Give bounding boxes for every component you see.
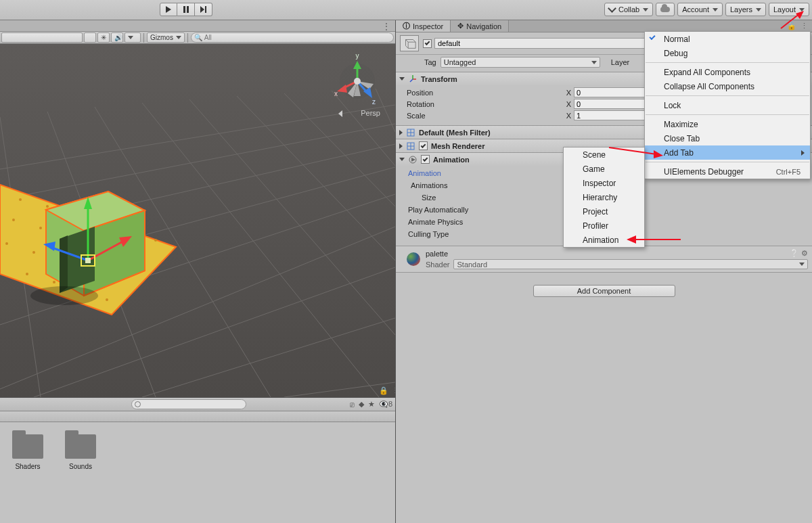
component-enabled-checkbox[interactable]	[419, 141, 428, 150]
asset-grid[interactable]: Shaders Sounds	[0, 422, 395, 478]
menu-add-tab[interactable]: Add Tab	[645, 145, 810, 160]
scene-lock-row: 🔒⋮	[379, 386, 399, 395]
folder-shaders[interactable]: Shaders	[12, 430, 43, 470]
gizmo-x-label: x	[334, 90, 338, 97]
shader-dropdown[interactable]: Standard	[453, 259, 808, 269]
add-component-button[interactable]: Add Component	[533, 285, 675, 297]
layers-button[interactable]: Layers	[725, 3, 766, 16]
menu-debug[interactable]: Debug	[645, 46, 810, 60]
menu-close-tab[interactable]: Close Tab	[645, 131, 810, 145]
foldout-icon[interactable]	[399, 130, 403, 135]
panel-menu-icon[interactable]: ⋮	[391, 386, 399, 395]
object-icon[interactable]	[400, 35, 419, 51]
svg-rect-1	[183, 6, 185, 13]
nav-icon: ✥	[457, 22, 464, 30]
material-name: palette	[426, 250, 448, 258]
scene-shaded-dropdown[interactable]	[1, 32, 83, 43]
persp-arrow-icon	[338, 110, 342, 117]
tag-dropdown[interactable]: Untagged	[441, 57, 600, 68]
submenu-hierarchy[interactable]: Hierarchy	[564, 190, 644, 204]
menu-lock[interactable]: Lock	[645, 98, 810, 112]
lock-icon[interactable]: 🔓	[787, 22, 796, 30]
play-controls	[160, 3, 212, 16]
scene-fx-toggle[interactable]	[125, 32, 141, 43]
pause-button[interactable]	[177, 3, 195, 16]
gizmos-dropdown[interactable]: Gizmos	[147, 32, 185, 43]
scene-2d-toggle[interactable]	[84, 32, 96, 43]
shader-label: Shader	[426, 260, 449, 269]
foldout-icon[interactable]	[399, 143, 403, 149]
submenu-profiler[interactable]: Profiler	[564, 219, 644, 233]
scene-search[interactable]: 🔍 All	[191, 32, 394, 43]
submenu-inspector[interactable]: Inspector	[564, 176, 644, 190]
mesh-icon	[406, 141, 415, 151]
animation-clip-field[interactable]: Animation	[408, 169, 441, 177]
scene-viewport[interactable]: y x z Persp	[0, 44, 395, 397]
menu-label: Project	[583, 207, 608, 217]
svg-rect-4	[205, 6, 206, 13]
hidden-toggle[interactable]: 👁‍🗨8	[379, 400, 392, 409]
svg-marker-0	[166, 6, 171, 13]
help-icon[interactable]: ❔	[790, 249, 799, 258]
component-enabled-checkbox[interactable]	[421, 155, 430, 164]
tag-label: Tag	[424, 58, 436, 66]
component-title: Default (Mesh Filter)	[419, 129, 491, 137]
settings-icon[interactable]: ⚙	[801, 249, 808, 258]
hidden-count: 8	[388, 400, 392, 408]
menu-expand-all[interactable]: Expand All Components	[645, 65, 810, 79]
menu-collapse-all[interactable]: Collapse All Components	[645, 79, 810, 93]
submenu-scene[interactable]: Scene	[564, 147, 644, 162]
panel-menu-icon[interactable]: ⋮	[382, 22, 391, 31]
account-button[interactable]: Account	[677, 3, 723, 16]
menu-label: Hierarchy	[583, 193, 617, 202]
svg-point-37	[32, 251, 35, 254]
svg-point-42	[53, 281, 55, 283]
step-button[interactable]	[195, 3, 212, 16]
folder-sounds[interactable]: Sounds	[65, 430, 96, 470]
component-title: Transform	[421, 75, 457, 83]
object-active-checkbox[interactable]	[423, 39, 432, 48]
project-search[interactable]	[131, 399, 246, 409]
panel-menu-icon[interactable]: ⋮	[800, 22, 808, 30]
favorite-icon[interactable]: ◆	[359, 400, 364, 409]
menu-normal[interactable]: Normal	[645, 32, 810, 46]
menu-label: Game	[583, 164, 605, 174]
tab-navigation[interactable]: ✥Navigation	[451, 20, 509, 32]
tab-inspector[interactable]: ⓘInspector	[396, 20, 451, 32]
menu-label: Scene	[583, 150, 606, 160]
play-button[interactable]	[160, 3, 177, 16]
check-icon	[608, 4, 616, 13]
foldout-icon[interactable]	[399, 158, 405, 161]
submenu-project[interactable]: Project	[564, 204, 644, 219]
scene-audio-toggle[interactable]: 🔊	[111, 32, 123, 43]
svg-point-32	[39, 227, 42, 229]
foldout-icon[interactable]	[399, 77, 405, 81]
svg-point-50	[30, 286, 98, 305]
component-title: Mesh Renderer	[431, 142, 484, 150]
project-panel: ⎚ ◆ ★ 👁‍🗨8 Shaders Sounds	[0, 397, 395, 523]
lock-icon[interactable]: 🔒	[379, 386, 388, 395]
filter-icon[interactable]: ⎚	[350, 401, 355, 409]
submenu-animation[interactable]: Animation	[564, 233, 644, 247]
menu-maximize[interactable]: Maximize	[645, 117, 810, 131]
gizmos-label: Gizmos	[150, 34, 173, 41]
scene-lighting-toggle[interactable]: ✳	[97, 32, 110, 43]
animations-size-label: Size	[422, 194, 436, 202]
collab-button[interactable]: Collab	[604, 3, 653, 16]
menu-label: Normal	[664, 35, 690, 44]
persp-label[interactable]: Persp	[361, 109, 380, 117]
scene-panel: ⋮ ✳ 🔊 Gizmos 🔍 All	[0, 20, 395, 397]
layout-button[interactable]: Layout	[769, 3, 809, 16]
check-icon	[649, 34, 655, 40]
cloud-button[interactable]	[656, 3, 675, 16]
svg-line-77	[410, 79, 413, 82]
star-icon[interactable]: ★	[368, 400, 375, 409]
submenu-game[interactable]: Game	[564, 162, 644, 176]
scene-toolbar: ✳ 🔊 Gizmos 🔍 All	[0, 32, 395, 44]
culling-type-label: Culling Type	[408, 230, 449, 238]
project-breadcrumb	[0, 411, 395, 422]
menu-uielements-debugger[interactable]: UIElements DebuggerCtrl+F5	[645, 164, 810, 179]
svg-marker-85	[411, 158, 415, 162]
svg-rect-58	[85, 258, 91, 263]
shader-value: Standard	[457, 260, 487, 269]
